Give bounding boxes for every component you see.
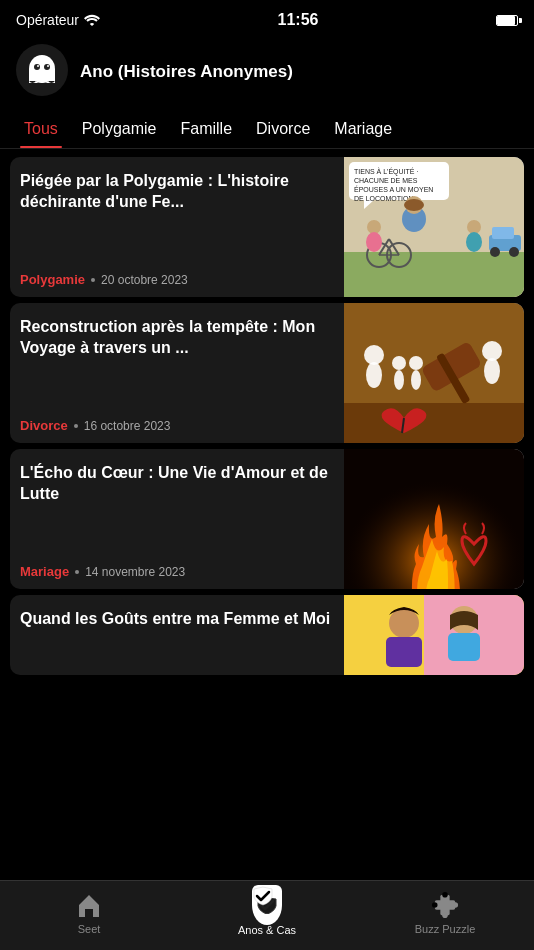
card-image-3 xyxy=(344,449,524,589)
clock: 11:56 xyxy=(278,11,319,29)
card-category-2: Divorce xyxy=(20,418,68,433)
svg-rect-49 xyxy=(386,637,422,667)
svg-point-39 xyxy=(394,370,404,390)
card-date-3: 14 novembre 2023 xyxy=(85,565,185,579)
svg-point-6 xyxy=(47,65,49,67)
svg-point-43 xyxy=(484,358,500,384)
tab-mariage[interactable]: Mariage xyxy=(322,112,404,148)
svg-rect-2 xyxy=(29,69,55,81)
svg-point-17 xyxy=(404,199,424,211)
card-title-2: Reconstruction après la tempête : Mon Vo… xyxy=(20,317,334,359)
card-image-4 xyxy=(344,595,524,675)
card-4[interactable]: Quand les Goûts entre ma Femme et Moi xyxy=(10,595,524,675)
tab-famille[interactable]: Famille xyxy=(169,112,245,148)
cards-list: Piégée par la Polygamie : L'histoire déc… xyxy=(0,149,534,821)
svg-rect-28 xyxy=(492,227,514,239)
nav-anos-cas[interactable]: Anos & Cas xyxy=(178,890,356,936)
card-meta-2: Divorce 16 octobre 2023 xyxy=(20,418,334,433)
svg-point-54 xyxy=(442,891,448,897)
card-content-3: L'Écho du Cœur : Une Vie d'Amour et de L… xyxy=(10,449,344,589)
svg-point-56 xyxy=(432,902,438,908)
nav-seet-label: Seet xyxy=(78,923,101,935)
svg-text:TIENS À L'ÉQUITÉ ·: TIENS À L'ÉQUITÉ · xyxy=(354,167,418,176)
card-image-2 xyxy=(344,303,524,443)
card-category-1: Polygamie xyxy=(20,272,85,287)
card-meta-3: Mariage 14 novembre 2023 xyxy=(20,564,334,579)
nav-seet[interactable]: Seet xyxy=(0,891,178,935)
card-dot-2 xyxy=(74,424,78,428)
card-image-1: TIENS À L'ÉQUITÉ · CHACUNE DE MES ÉPOUSE… xyxy=(344,157,524,297)
card-category-3: Mariage xyxy=(20,564,69,579)
card-polygamie[interactable]: Piégée par la Polygamie : L'histoire déc… xyxy=(10,157,524,297)
svg-rect-53 xyxy=(435,900,456,909)
svg-rect-32 xyxy=(344,403,524,443)
card-divorce[interactable]: Reconstruction après la tempête : Mon Vo… xyxy=(10,303,524,443)
card-content-4: Quand les Goûts entre ma Femme et Moi xyxy=(10,595,344,675)
card-dot-1 xyxy=(91,278,95,282)
home-icon xyxy=(75,891,103,919)
svg-point-41 xyxy=(411,370,421,390)
category-tabs: Tous Polygamie Famille Divorce Mariage xyxy=(0,112,534,149)
card-content-1: Piégée par la Polygamie : L'histoire déc… xyxy=(10,157,344,297)
status-right xyxy=(496,15,518,26)
puzzle-icon xyxy=(431,891,459,919)
svg-text:ÉPOUSES A UN MOYEN: ÉPOUSES A UN MOYEN xyxy=(354,185,433,193)
svg-point-4 xyxy=(44,64,50,70)
bottom-nav: Seet Anos & Cas xyxy=(0,880,534,950)
wifi-icon xyxy=(84,14,100,26)
svg-point-3 xyxy=(34,64,40,70)
card-content-2: Reconstruction après la tempête : Mon Vo… xyxy=(10,303,344,443)
operator-label: Opérateur xyxy=(16,12,100,28)
svg-point-29 xyxy=(490,247,500,257)
shield-check-icon xyxy=(252,890,282,920)
card-mariage[interactable]: L'Écho du Cœur : Une Vie d'Amour et de L… xyxy=(10,449,524,589)
svg-rect-51 xyxy=(448,633,480,661)
card-date-2: 16 octobre 2023 xyxy=(84,419,171,433)
svg-text:CHACUNE DE MES: CHACUNE DE MES xyxy=(354,177,418,184)
nav-buzz-puzzle-label: Buzz Puzzle xyxy=(415,923,476,935)
card-date-1: 20 octobre 2023 xyxy=(101,273,188,287)
tab-polygamie[interactable]: Polygamie xyxy=(70,112,169,148)
svg-point-25 xyxy=(467,220,481,234)
svg-point-30 xyxy=(509,247,519,257)
svg-point-26 xyxy=(466,232,482,252)
svg-point-24 xyxy=(366,232,382,252)
nav-anos-cas-label: Anos & Cas xyxy=(238,924,296,936)
ghost-icon xyxy=(16,44,68,100)
tab-divorce[interactable]: Divorce xyxy=(244,112,322,148)
card-title-3: L'Écho du Cœur : Une Vie d'Amour et de L… xyxy=(20,463,334,505)
svg-point-57 xyxy=(452,902,458,908)
card-dot-3 xyxy=(75,570,79,574)
app-header: Ano (Histoires Anonymes) xyxy=(0,36,534,112)
svg-point-40 xyxy=(409,356,423,370)
nav-buzz-puzzle[interactable]: Buzz Puzzle xyxy=(356,891,534,935)
app-title: Ano (Histoires Anonymes) xyxy=(80,62,293,82)
status-bar: Opérateur 11:56 xyxy=(0,0,534,36)
battery-icon xyxy=(496,15,518,26)
svg-point-5 xyxy=(37,65,39,67)
svg-point-23 xyxy=(367,220,381,234)
svg-point-37 xyxy=(366,362,382,388)
svg-point-38 xyxy=(392,356,406,370)
svg-point-48 xyxy=(389,608,419,638)
card-meta-1: Polygamie 20 octobre 2023 xyxy=(20,272,334,287)
tab-tous[interactable]: Tous xyxy=(12,112,70,148)
svg-point-55 xyxy=(442,912,448,918)
card-title-1: Piégée par la Polygamie : L'histoire déc… xyxy=(20,171,334,213)
svg-rect-8 xyxy=(344,252,524,297)
card-title-4: Quand les Goûts entre ma Femme et Moi xyxy=(20,609,334,630)
